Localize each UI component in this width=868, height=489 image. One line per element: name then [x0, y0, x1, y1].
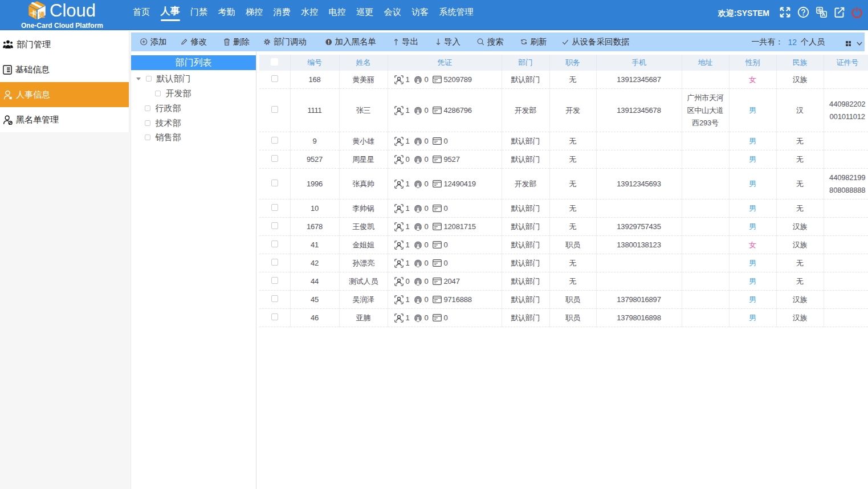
svg-text:卡: 卡: [30, 10, 37, 18]
svg-text:通: 通: [38, 11, 46, 18]
